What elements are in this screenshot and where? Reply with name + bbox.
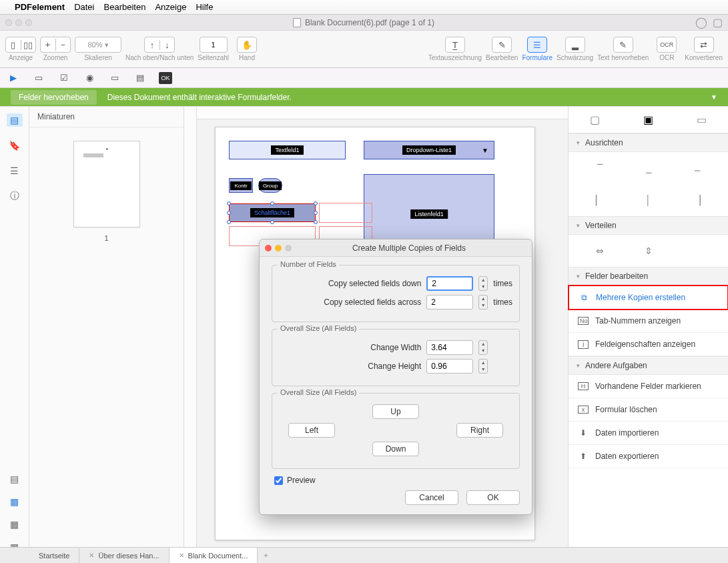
section-edit-fields[interactable]: Felder bearbeiten (569, 267, 728, 286)
align-center-icon[interactable]: │ (641, 193, 656, 207)
hand-tool[interactable]: ✋ Hand (233, 37, 261, 61)
user-icon[interactable]: ◯ (695, 16, 707, 29)
view1-icon[interactable]: ▤ (7, 472, 23, 486)
edit-button[interactable]: ✎ Bearbeiten (486, 37, 518, 61)
ok-button[interactable]: OK (466, 490, 520, 505)
scale-select[interactable]: 80% ▾ Skalieren (75, 37, 121, 61)
up-button[interactable]: Up (372, 404, 419, 419)
export-data-item[interactable]: ⬆Daten exportieren (569, 445, 728, 468)
close-tab-icon[interactable]: ✕ (179, 552, 184, 559)
align-bottom-icon[interactable]: ⎽ (690, 161, 705, 175)
window-controls[interactable] (5, 19, 32, 26)
field-props-label: Feldeigenschaften anzeigen (595, 340, 695, 349)
clear-form-item[interactable]: xFormular löschen (569, 398, 728, 422)
section-align[interactable]: Ausrichten (569, 133, 728, 152)
outline-tab-icon[interactable]: ☰ (7, 164, 23, 177)
mark-existing-fields-item[interactable]: HVorhandene Felder markieren (569, 375, 728, 398)
cursor-tool-icon[interactable]: ▶ (7, 72, 20, 84)
menu-bearbeiten[interactable]: Bearbeiten (104, 2, 146, 12)
dropdown-field[interactable]: Dropdown-Liste1▼ (364, 141, 494, 159)
tab-numbers-label: Tab-Nummern anzeigen (595, 316, 681, 326)
add-tab-button[interactable]: ＋ (258, 550, 274, 560)
panel-icon[interactable]: ▢ (713, 16, 723, 29)
align-right-icon[interactable]: ▕ (690, 193, 705, 207)
change-width-input[interactable] (426, 340, 473, 355)
text-markup-button[interactable]: T̲ Textauszeichnung (428, 37, 482, 61)
menu-hilfe[interactable]: Hilfe (196, 2, 213, 12)
page-number[interactable]: Seitenzahl (198, 37, 229, 61)
field-properties-item[interactable]: iFeldeigenschaften anzeigen (569, 333, 728, 356)
tab-start[interactable]: Startseite (29, 548, 79, 563)
checkbox-field[interactable]: Kontr (229, 178, 253, 193)
copy-down-input[interactable] (426, 276, 473, 291)
thumbnails-tab-icon[interactable]: ▤ (7, 113, 23, 127)
tab-blank-doc[interactable]: ✕Blank Document... (169, 548, 258, 563)
app-name[interactable]: PDFelement (15, 2, 65, 12)
page-number-label: Seitenzahl (198, 54, 229, 61)
number-of-fields-group: Number of Fields Copy selected fields do… (272, 265, 520, 322)
textfield-tool-icon[interactable]: ▭ (32, 72, 45, 84)
view-mode-button[interactable]: ▯▯▯ Anzeige (5, 37, 36, 61)
right-button[interactable]: Right (456, 423, 503, 438)
distribute-h-icon[interactable]: ⇔ (593, 244, 607, 257)
copy-down-stepper[interactable]: ▲▼ (478, 276, 488, 291)
convert-button[interactable]: ⇄ Konvertieren (685, 37, 723, 61)
radio-tool-icon[interactable]: ◉ (83, 72, 96, 84)
zoom-window-icon[interactable] (25, 19, 32, 26)
height-stepper[interactable]: ▲▼ (478, 359, 488, 374)
highlight-fields-button[interactable]: Felder hervorheben (11, 90, 97, 105)
close-tab-icon[interactable]: ✕ (89, 552, 94, 559)
page-thumbnail[interactable] (73, 141, 140, 227)
minimize-window-icon[interactable] (15, 19, 22, 26)
rp-tab-1-icon[interactable]: ▢ (587, 112, 603, 128)
zoom-button[interactable]: ＋－ Zoomen (40, 37, 71, 61)
rp-tab-3-icon[interactable]: ▭ (693, 112, 709, 128)
tab-about[interactable]: ✕Über dieses Han... (79, 548, 169, 563)
ocr-button[interactable]: OCR OCR (653, 37, 681, 61)
preview-checkbox[interactable] (274, 476, 283, 485)
cancel-button[interactable]: Cancel (405, 490, 458, 505)
dialog-close-icon[interactable] (265, 245, 272, 251)
page-nav-button[interactable]: ↑↓ Nach oben/Nach unten (125, 37, 194, 61)
button-tool-icon[interactable]: OK (159, 72, 172, 84)
view2-icon[interactable]: ▦ (7, 495, 23, 508)
down-button[interactable]: Down (372, 442, 419, 456)
highlight-button[interactable]: ✎ Text hervorheben (597, 37, 649, 61)
mark-icon: H (578, 382, 589, 390)
info-tab-icon[interactable]: ⓘ (7, 189, 23, 203)
copy-across-input[interactable] (426, 295, 473, 310)
import-data-item[interactable]: ⬇Daten importieren (569, 422, 728, 445)
menu-anzeige[interactable]: Anzeige (155, 2, 186, 12)
collapse-bar-icon[interactable]: ▼ (711, 93, 717, 101)
page-number-input[interactable] (200, 37, 228, 53)
redact-button[interactable]: ▂ Schwärzung (557, 37, 593, 61)
textfield-field[interactable]: Textfeld1 (229, 141, 346, 159)
dialog-min-icon[interactable] (275, 245, 282, 251)
change-width-label: Change Width (370, 343, 421, 352)
section-other-tasks[interactable]: Andere Aufgaben (569, 356, 728, 375)
view3-icon[interactable]: ▦ (7, 518, 23, 531)
listbox-tool-icon[interactable]: ▤ (133, 72, 147, 84)
change-height-input[interactable] (426, 359, 473, 374)
show-tab-numbers-item[interactable]: No.Tab-Nummern anzeigen (569, 310, 728, 333)
button-field-selected[interactable]: Schaltfläche1 (229, 203, 316, 222)
forms-button[interactable]: ☰ Formulare (522, 37, 553, 61)
section-distribute[interactable]: Verteilen (569, 216, 728, 235)
checkbox-tool-icon[interactable]: ☑ (57, 72, 71, 84)
radio-field[interactable]: Group (258, 178, 282, 193)
dropdown-label: Dropdown-Liste1 (402, 145, 456, 155)
distribute-v-icon[interactable]: ⇕ (641, 244, 656, 257)
rp-tab-2-icon[interactable]: ▣ (640, 112, 656, 128)
menu-datei[interactable]: Datei (74, 2, 94, 12)
align-top-icon[interactable]: ⎺ (593, 161, 607, 175)
align-middle-icon[interactable]: ⎯ (641, 161, 656, 175)
copy-across-stepper[interactable]: ▲▼ (478, 295, 488, 310)
align-left-icon[interactable]: ▏ (593, 193, 607, 207)
left-button[interactable]: Left (288, 423, 335, 438)
combobox-tool-icon[interactable]: ▭ (108, 72, 121, 84)
width-stepper[interactable]: ▲▼ (478, 340, 488, 355)
dialog-titlebar[interactable]: Create Multiple Copies of Fields (260, 239, 532, 257)
create-multiple-copies-item[interactable]: ⧉Mehrere Kopien erstellen (568, 285, 728, 310)
bookmarks-tab-icon[interactable]: 🔖 (7, 139, 23, 152)
close-window-icon[interactable] (5, 19, 12, 26)
